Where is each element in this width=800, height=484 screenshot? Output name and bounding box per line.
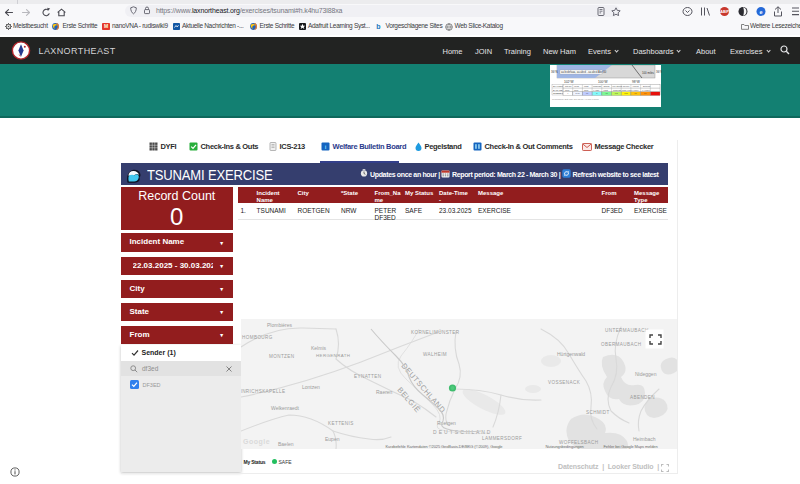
- svg-text:Kartendaten ©2025 GeoBasis-DE/: Kartendaten ©2025 GeoBasis-DE/BKG (©2009…: [407, 444, 503, 449]
- svg-text:Moderate: Moderate: [593, 85, 602, 87]
- svg-text:Very strong: Very strong: [612, 85, 622, 87]
- svg-text:Mod./Heavy: Mod./Heavy: [622, 88, 633, 90]
- svg-text:36°N: 36°N: [551, 70, 558, 74]
- svg-text:WALHEIM: WALHEIM: [423, 352, 447, 357]
- svg-text:100 miles: 100 miles: [642, 71, 655, 75]
- svg-text:Heimbach: Heimbach: [633, 436, 656, 442]
- svg-text:ABP: ABP: [720, 9, 729, 14]
- svg-text:98°W: 98°W: [632, 79, 640, 83]
- svg-text:V. Heavy: V. Heavy: [642, 88, 650, 90]
- svg-text:Roetgen: Roetgen: [437, 420, 456, 426]
- svg-text:HERGENRATH: HERGENRATH: [316, 353, 350, 358]
- svg-text:Nideggen: Nideggen: [635, 371, 657, 377]
- svg-text:EYNATTEN: EYNATTEN: [354, 374, 381, 379]
- svg-text:Baelen: Baelen: [278, 441, 294, 447]
- svg-text:VII: VII: [614, 92, 617, 95]
- svg-text:102°W: 102°W: [564, 79, 574, 83]
- svg-text:Raeren: Raeren: [376, 389, 393, 395]
- svg-text:36°N: 36°N: [656, 70, 662, 74]
- svg-text:KETTENIS: KETTENIS: [328, 421, 354, 426]
- svg-text:KORNELIMÜNSTER: KORNELIMÜNSTER: [411, 329, 460, 335]
- svg-text:M: M: [104, 23, 108, 29]
- svg-text:Hürtgenwald: Hürtgenwald: [557, 351, 585, 357]
- svg-text:Plombières: Plombières: [267, 322, 293, 328]
- svg-text:Weak: Weak: [574, 85, 579, 87]
- svg-text:VI: VI: [605, 92, 608, 95]
- svg-text:Eupen: Eupen: [325, 436, 340, 442]
- svg-text:Extreme: Extreme: [643, 85, 651, 87]
- svg-text:Google: Google: [243, 438, 270, 446]
- svg-text:b: b: [376, 23, 380, 30]
- svg-text:DAMAGE: DAMAGE: [553, 88, 563, 90]
- svg-text:Kurzbefehle: Kurzbefehle: [385, 444, 406, 449]
- svg-text:Processed: Sat May 28 05:08 +0: Processed: Sat May 28 05:08 +0.000 Lorem: [552, 97, 599, 100]
- svg-text:Not felt: Not felt: [565, 85, 572, 87]
- svg-text:VOSSENACK: VOSSENACK: [548, 380, 581, 385]
- svg-text:Violent: Violent: [632, 85, 639, 87]
- svg-text:Moderate: Moderate: [613, 88, 622, 90]
- svg-text:Strong: Strong: [603, 85, 609, 87]
- svg-text:Light: Light: [584, 85, 589, 87]
- svg-text:LAMMERSDORF: LAMMERSDORF: [482, 436, 522, 441]
- svg-text:IX: IX: [634, 92, 637, 95]
- svg-text:aa bcdefaaa, aa abcd - aa abcd: aa bcdefaaa, aa abcd - aa abcd Abc 00: [561, 70, 607, 74]
- svg-text:MONTZEN: MONTZEN: [269, 354, 295, 359]
- svg-text:IV: IV: [586, 92, 589, 95]
- svg-text:VIII: VIII: [624, 92, 628, 95]
- svg-text:ABENDEN: ABENDEN: [630, 395, 655, 400]
- svg-text:Heavy: Heavy: [633, 88, 639, 90]
- svg-text:Kelmis: Kelmis: [311, 345, 327, 351]
- svg-text:Lontzen: Lontzen: [302, 384, 320, 390]
- svg-text:V. light: V. light: [593, 88, 599, 90]
- svg-text:e: e: [759, 9, 762, 15]
- svg-text:OBERMAUBACH: OBERMAUBACH: [601, 342, 641, 347]
- svg-text:SCHMIDT: SCHMIDT: [586, 410, 610, 415]
- svg-text:Welkenraedt: Welkenraedt: [271, 405, 300, 411]
- svg-text:Severe: Severe: [623, 85, 630, 87]
- svg-text:SHAKING: SHAKING: [553, 85, 563, 87]
- svg-text:UNTERMAUBACH: UNTERMAUBACH: [605, 328, 649, 333]
- svg-text:Light: Light: [603, 88, 608, 90]
- svg-text:II-III: II-III: [575, 92, 579, 95]
- svg-text:Nutzungsbedingungen: Nutzungsbedingungen: [545, 444, 583, 449]
- svg-text:EINRICHSKAPELLE: EINRICHSKAPELLE: [241, 389, 285, 394]
- svg-text:100°W: 100°W: [598, 79, 608, 83]
- svg-text:HOMBOURG: HOMBOURG: [242, 335, 273, 340]
- svg-text:Fehler bei Google Maps melden: Fehler bei Google Maps melden: [603, 444, 657, 449]
